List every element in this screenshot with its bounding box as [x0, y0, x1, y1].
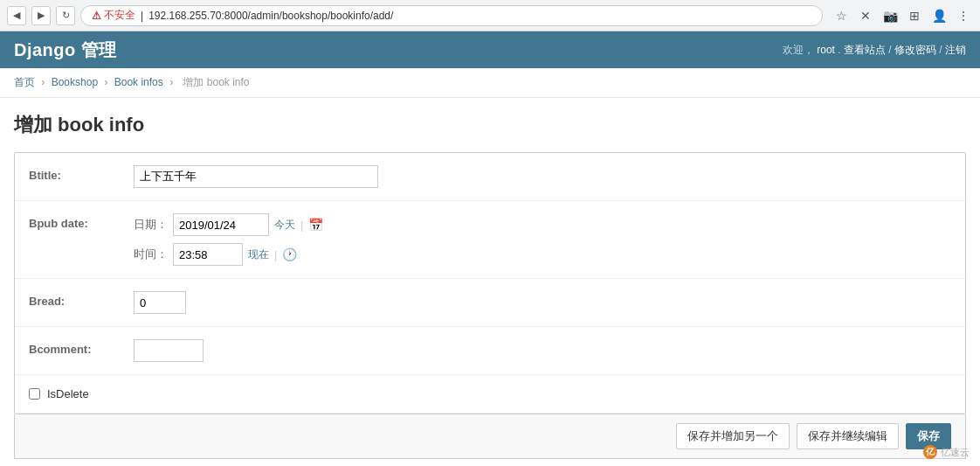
qr-icon[interactable]: ⊞ — [905, 6, 924, 25]
btitle-row: Btitle: — [15, 153, 965, 201]
isdelete-label: IsDelete — [47, 387, 89, 400]
screenshot-icon[interactable]: 📷 — [880, 6, 900, 25]
date-label-text: 日期： — [134, 217, 168, 233]
bpub-date-row: Bpub date: 日期： 今天 | 📅 时间： 现在 | 🕐 — [15, 201, 965, 279]
welcome-text: 欢迎， — [783, 44, 814, 56]
breadcrumb-current: 增加 book info — [183, 76, 249, 88]
time-sep: | — [274, 248, 277, 261]
bcomment-input[interactable] — [134, 339, 204, 362]
breadcrumb-home[interactable]: 首页 — [14, 76, 35, 88]
bcomment-field — [134, 339, 951, 362]
django-header: Django 管理 欢迎， root . 查看站点 / 修改密码 / 注销 — [0, 31, 980, 68]
calendar-icon[interactable]: 📅 — [308, 218, 323, 232]
change-password-link[interactable]: 修改密码 — [894, 44, 936, 56]
bpub-date-field: 日期： 今天 | 📅 时间： 现在 | 🕐 — [134, 213, 951, 266]
bcomment-row: Bcomment: — [15, 327, 965, 375]
logout-link[interactable]: 注销 — [945, 44, 966, 56]
browser-chrome: ◀ ▶ ↻ ⚠ 不安全 | 192.168.255.70:8000/admin/… — [0, 0, 980, 31]
save-add-another-button[interactable]: 保存并增加另一个 — [676, 423, 790, 449]
bread-input[interactable] — [134, 291, 186, 314]
menu-icon[interactable]: ⋮ — [954, 6, 973, 25]
bread-row: Bread: — [15, 279, 965, 327]
breadcrumb-book-infos[interactable]: Book infos — [114, 76, 163, 88]
time-input[interactable] — [173, 243, 243, 266]
bread-label: Bread: — [29, 291, 134, 308]
url-bar[interactable]: ⚠ 不安全 | 192.168.255.70:8000/admin/booksh… — [80, 5, 823, 26]
security-indicator: ⚠ 不安全 — [92, 8, 135, 23]
isdelete-checkbox[interactable] — [29, 388, 40, 400]
username-link[interactable]: root — [817, 44, 835, 56]
form-container: Btitle: Bpub date: 日期： 今天 | 📅 时间： 现在 — [14, 152, 966, 414]
back-button[interactable]: ◀ — [7, 6, 26, 25]
period: . — [838, 44, 840, 56]
isdelete-row: IsDelete — [15, 375, 965, 414]
security-label: 不安全 — [104, 8, 135, 23]
sep2: / — [939, 44, 945, 56]
user-info: 欢迎， root . 查看站点 / 修改密码 / 注销 — [783, 43, 966, 58]
sep1: / — [888, 44, 894, 56]
submit-row: 保存并增加另一个 保存并继续编辑 保存 — [14, 414, 966, 459]
bookmark-star-icon[interactable]: ☆ — [832, 6, 851, 25]
extension-icon[interactable]: ✕ — [856, 6, 875, 25]
btitle-label: Btitle: — [29, 165, 134, 182]
breadcrumb: 首页 › Bookshop › Book infos › 增加 book inf… — [0, 68, 980, 98]
time-label-text: 时间： — [134, 247, 168, 262]
browser-icons: ☆ ✕ 📷 ⊞ 👤 ⋮ — [832, 6, 973, 25]
bcomment-label: Bcomment: — [29, 339, 134, 356]
date-sep: | — [300, 219, 303, 232]
refresh-button[interactable]: ↻ — [56, 6, 75, 25]
bread-field — [134, 291, 951, 314]
watermark: 亿 亿速云 — [923, 445, 970, 459]
main-content: 增加 book info Btitle: Bpub date: 日期： 今天 |… — [0, 98, 980, 466]
site-title: Django 管理 — [14, 38, 117, 62]
breadcrumb-sep2: › — [104, 76, 107, 88]
date-input[interactable] — [173, 213, 269, 236]
watermark-icon: 亿 — [923, 445, 937, 459]
url-separator: | — [141, 10, 143, 22]
date-row: 日期： 今天 | 📅 — [134, 213, 951, 236]
save-continue-button[interactable]: 保存并继续编辑 — [797, 423, 899, 449]
btitle-input[interactable] — [134, 165, 378, 188]
now-button[interactable]: 现在 — [248, 247, 269, 262]
warning-icon: ⚠ — [92, 10, 101, 22]
today-button[interactable]: 今天 — [274, 218, 295, 233]
view-site-link[interactable]: 查看站点 — [844, 44, 886, 56]
btitle-field — [134, 165, 951, 188]
account-icon[interactable]: 👤 — [929, 6, 949, 25]
time-row: 时间： 现在 | 🕐 — [134, 243, 951, 266]
url-text: 192.168.255.70:8000/admin/bookshop/booki… — [148, 10, 811, 22]
bpub-date-label: Bpub date: — [29, 213, 134, 230]
watermark-text: 亿速云 — [941, 446, 970, 459]
forward-button[interactable]: ▶ — [31, 6, 51, 25]
page-title: 增加 book info — [14, 112, 966, 138]
breadcrumb-bookshop[interactable]: Bookshop — [52, 76, 98, 88]
clock-icon[interactable]: 🕐 — [282, 247, 297, 261]
breadcrumb-sep3: › — [169, 76, 173, 88]
breadcrumb-sep1: › — [41, 76, 45, 88]
